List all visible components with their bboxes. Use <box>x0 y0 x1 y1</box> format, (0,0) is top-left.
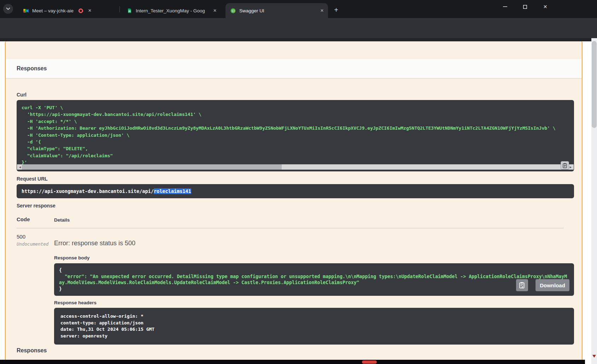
tab-divider <box>119 6 120 12</box>
browser-toolbar: ← → api-xuongmayat-dev.bancantoi.site/sw… <box>0 18 597 38</box>
download-button[interactable]: Download <box>535 279 569 291</box>
response-headers-label: Response headers <box>54 300 96 305</box>
curl-command-text: curl -X 'PUT' \ 'https://api-xuongmayat-… <box>17 100 574 170</box>
bottom-black-bar <box>0 360 585 364</box>
window-maximize-button[interactable] <box>515 0 535 13</box>
scroll-down-arrow-icon[interactable] <box>592 355 596 358</box>
details-column-header: Details <box>54 217 70 223</box>
google-meet-icon <box>23 8 29 14</box>
tab-meet[interactable]: Meet – vay-jchk-aie ✕ <box>18 3 118 18</box>
tab-title: Swagger UI <box>239 8 264 13</box>
responses-footer-heading: Responses <box>17 347 47 354</box>
undocumented-label: Undocumented <box>17 241 48 247</box>
horizontal-scrollbar-thumb[interactable] <box>22 164 282 170</box>
swagger-icon: {} <box>230 8 236 14</box>
window-controls: ✕ <box>495 0 555 13</box>
request-url-value: https://api-xuongmayat-dev.bancantoi.sit… <box>17 188 196 194</box>
copy-to-clipboard-button[interactable] <box>561 161 569 170</box>
svg-text:{}: {} <box>232 9 235 12</box>
tab-title: Intern_Tester_XuongMay - Goog <box>136 8 205 13</box>
tab-swagger-active[interactable]: {} Swagger UI ✕ <box>226 3 328 18</box>
request-url-highlighted-segment: roleclaims141 <box>154 188 191 194</box>
tab-close-button[interactable]: ✕ <box>212 7 218 14</box>
tab-close-button[interactable]: ✕ <box>319 7 325 14</box>
response-headers-block: access-control-allow-origin: * content-t… <box>54 308 574 345</box>
tab-bar: Meet – vay-jchk-aie ✕ Intern_Tester_Xuon… <box>0 0 597 18</box>
recording-indicator-icon <box>78 8 83 13</box>
curl-command-block: curl -X 'PUT' \ 'https://api-xuongmayat-… <box>17 100 574 171</box>
response-headers-text: access-control-allow-origin: * content-t… <box>54 308 574 345</box>
status-code: 500 <box>17 234 25 240</box>
scroll-left-arrow-icon[interactable]: ◄ <box>18 165 22 169</box>
horizontal-scrollbar[interactable]: ◄ ► <box>17 164 574 170</box>
page-top-strip <box>0 38 591 41</box>
server-response-label: Server response <box>17 203 55 209</box>
code-column-header: Code <box>17 216 30 222</box>
page-scrollbar[interactable] <box>591 38 597 364</box>
google-sheets-icon <box>127 8 133 14</box>
responses-section-header: Responses <box>6 59 582 78</box>
response-body-error-line: "error": "An unexpected error occurred. … <box>59 274 567 286</box>
request-url-block: https://api-xuongmayat-dev.bancantoi.sit… <box>17 184 574 198</box>
response-body-label: Response body <box>54 255 90 260</box>
swagger-put-opblock: Responses Curl curl -X 'PUT' \ 'https://… <box>5 41 583 364</box>
new-tab-button[interactable]: + <box>332 6 341 15</box>
clipboard-icon <box>563 163 567 168</box>
error-summary: Error: response status is 500 <box>54 240 135 247</box>
tab-sheets[interactable]: Intern_Tester_XuongMay - Goog ✕ <box>122 3 221 18</box>
responses-heading: Responses <box>17 65 47 72</box>
response-body-block: { "error": "An unexpected error occurred… <box>54 263 574 296</box>
table-divider <box>17 228 564 228</box>
curl-label: Curl <box>17 92 27 98</box>
scroll-right-arrow-icon[interactable]: ► <box>569 165 572 169</box>
tab-close-button[interactable]: ✕ <box>87 7 93 14</box>
response-body-json: { "error": "An unexpected error occurred… <box>54 263 574 296</box>
clipboard-icon <box>519 282 525 288</box>
red-indicator-pill <box>362 360 377 364</box>
window-close-button[interactable]: ✕ <box>535 0 555 13</box>
tab-search-button[interactable] <box>3 4 13 14</box>
chevron-down-icon <box>6 7 10 10</box>
tab-title: Meet – vay-jchk-aie <box>32 8 74 13</box>
copy-to-clipboard-button[interactable] <box>516 279 528 291</box>
window-minimize-button[interactable] <box>495 0 515 13</box>
page-scrollbar-thumb[interactable] <box>592 41 597 128</box>
request-url-label: Request URL <box>17 176 48 182</box>
browser-window: Meet – vay-jchk-aie ✕ Intern_Tester_Xuon… <box>0 0 597 364</box>
page-content: Responses Curl curl -X 'PUT' \ 'https://… <box>0 38 597 364</box>
